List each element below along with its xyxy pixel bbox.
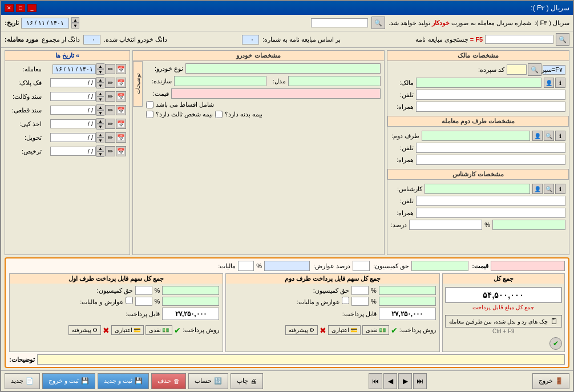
third-party-payer-check[interactable]	[215, 111, 223, 118]
car-price-input[interactable]: ۴,۰۰۰,۰۰۰,۰۰۰	[171, 88, 381, 99]
party1-credit-btn[interactable]: 💳 اعتباری	[111, 325, 144, 335]
date-down-btn[interactable]: ▼	[71, 23, 79, 29]
date-edit-btn-1[interactable]: ✏	[105, 78, 115, 88]
save-exit-btn[interactable]: 💾 ثبت و خروج	[42, 373, 95, 389]
tax-pct2-input[interactable]: ۶	[238, 261, 254, 271]
date-cal-btn-4[interactable]: 📅	[116, 119, 126, 129]
exit-btn[interactable]: 🚪 خروج	[532, 373, 569, 389]
expert-name-input[interactable]: آقای احسان رنجبر	[425, 184, 530, 194]
tax-pct-input[interactable]: ۳	[353, 261, 370, 271]
party1-advanced-btn[interactable]: ⚙ پیشرفته	[68, 325, 101, 335]
spin-dn-4[interactable]: ▼	[96, 124, 104, 130]
ok-round-btn[interactable]: ✔	[549, 337, 562, 350]
owner-user-btn[interactable]: 👤	[544, 78, 554, 88]
date-edit-btn-6[interactable]: ✏	[105, 146, 115, 156]
party2-phone-input[interactable]	[416, 143, 565, 153]
owner-name-input[interactable]: احسان رنجبر	[416, 78, 541, 88]
print-btn[interactable]: 🖨 چاپ	[231, 373, 263, 389]
darsad-amount-input[interactable]: ۵,۰۰۰,۰۰۰	[492, 220, 565, 230]
party2-hamrah-input[interactable]	[416, 155, 565, 165]
delete-btn[interactable]: 🗑 حذف	[151, 373, 186, 389]
party2-comm-input[interactable]: ۲۵,۰۰۰,۰۰۰	[379, 286, 436, 295]
tax-amount-input[interactable]: ۴,۵۰۰,۰۰۰	[264, 261, 310, 271]
party2-name-input[interactable]: محمد حیدری	[422, 131, 530, 141]
p2-tax-check[interactable]	[342, 297, 349, 304]
expert-search-btn[interactable]: 🔍	[544, 184, 554, 194]
spin-dn-2[interactable]: ▼	[96, 96, 104, 102]
spin-up-1[interactable]: ▲	[96, 77, 104, 83]
code-search-btn[interactable]: 🔍	[528, 63, 541, 76]
party2-cash-btn[interactable]: 💵 نقدی	[362, 325, 389, 335]
date-edit-btn-5[interactable]: ✏	[105, 132, 115, 143]
date-edit-btn-3[interactable]: ✏	[105, 105, 115, 115]
date-edit-btn-2[interactable]: ✏	[105, 91, 115, 102]
maximize-btn[interactable]: □	[16, 4, 25, 12]
party2-comm-pct[interactable]: ۵۰	[351, 286, 369, 295]
darsad-value-input[interactable]: ۱۰	[409, 220, 482, 230]
date-edit-btn-4[interactable]: ✏	[105, 119, 115, 129]
party1-cash-btn[interactable]: 💵 نقدی	[145, 325, 172, 335]
serial-input[interactable]	[311, 18, 368, 27]
spin-up-3[interactable]: ▲	[96, 104, 104, 110]
spin-up-4[interactable]: ▲	[96, 118, 104, 124]
owner-info-btn[interactable]: ℹ	[555, 78, 565, 88]
spin-up-6[interactable]: ▲	[96, 146, 104, 151]
check-btn[interactable]: 🗒 چک های رد و بدل شده، بین طرفین معامله	[445, 315, 562, 328]
car-maker-input[interactable]: ایران	[174, 76, 266, 86]
spin-dn-3[interactable]: ▼	[96, 110, 104, 116]
party2-advanced-btn[interactable]: ⚙ پیشرفته	[285, 325, 318, 335]
code-value[interactable]: ۱	[507, 64, 527, 75]
owner-phone-input[interactable]	[416, 90, 565, 100]
date-cal-btn-2[interactable]: 📅	[116, 91, 126, 102]
nav-prev-btn[interactable]: ◀	[383, 373, 397, 389]
date-cal-btn-3[interactable]: 📅	[116, 105, 126, 115]
date-cal-btn-1[interactable]: 📅	[116, 78, 126, 88]
expert-user-btn[interactable]: 👤	[532, 184, 543, 194]
party2-user-btn[interactable]: 👤	[532, 131, 543, 141]
car-model-input[interactable]: ۱۴۰۱	[288, 76, 381, 86]
party2-tax-pct[interactable]: ۵۰	[351, 297, 369, 306]
calc-btn[interactable]: 🔢 حساب	[188, 373, 228, 389]
expert-phone-input[interactable]	[416, 196, 565, 206]
expert-info-btn[interactable]: ℹ	[555, 184, 565, 194]
party2-credit-btn[interactable]: 💳 اعتباری	[328, 325, 361, 335]
spin-dn-0[interactable]: ▼	[96, 69, 104, 75]
party1-comm-input[interactable]: ۲۵,۰۰۰,۰۰۰	[162, 286, 219, 295]
p1-tax-check[interactable]	[126, 297, 133, 304]
date-up-btn[interactable]: ▲	[71, 17, 79, 23]
party2-info-btn[interactable]: ℹ	[555, 131, 565, 141]
party1-tax-input[interactable]: ۲,۲۵۰,۰۰۰	[162, 297, 219, 306]
owner-hamrah-input[interactable]	[416, 102, 565, 112]
serial-search-btn[interactable]: 🔍	[371, 17, 385, 29]
search-btn[interactable]: 🔍	[556, 33, 569, 46]
party1-tax-pct[interactable]: ۵۰	[135, 297, 152, 306]
spin-up-2[interactable]: ▲	[96, 91, 104, 96]
party2-tax-input[interactable]: ۲,۲۵۰,۰۰۰	[379, 297, 436, 306]
party1-comm-pct[interactable]: ۵۰	[135, 286, 152, 295]
expert-hamrah-input[interactable]	[416, 208, 565, 218]
nav-last-btn[interactable]: ⏭	[413, 373, 427, 389]
notes-input[interactable]	[37, 354, 565, 365]
car-type-input[interactable]: پژو	[185, 63, 381, 74]
new-btn[interactable]: 📄 جدید	[5, 373, 40, 389]
nav-first-btn[interactable]: ⏮	[369, 373, 382, 389]
spin-dn-5[interactable]: ▼	[96, 138, 104, 143]
spin-up-5[interactable]: ▲	[96, 132, 104, 138]
minimize-btn[interactable]: _	[27, 4, 37, 12]
nav-next-btn[interactable]: ▶	[398, 373, 412, 389]
commission-input[interactable]: ۵۰,۰۰۰,۰۰۰	[411, 261, 468, 271]
date-cal-btn-0[interactable]: 📅	[116, 64, 126, 74]
spin-dn-6[interactable]: ▼	[96, 151, 104, 157]
close-btn[interactable]: ✕	[5, 4, 14, 12]
price-input[interactable]: ۴,۰۰۰,۰۰۰,۰۰۰	[491, 261, 565, 271]
party2-search-btn[interactable]: 🔍	[544, 131, 554, 141]
date-cal-btn-6[interactable]: 📅	[116, 146, 126, 156]
spin-dn-1[interactable]: ▼	[96, 83, 104, 88]
spin-up-0[interactable]: ▲	[96, 63, 104, 69]
installment-check[interactable]	[146, 101, 153, 108]
search-input[interactable]	[485, 35, 553, 44]
date-cal-btn-5[interactable]: 📅	[116, 132, 126, 143]
third-party-check[interactable]	[146, 111, 153, 118]
save-new-btn[interactable]: 💾 ثبت و جدید	[98, 373, 149, 389]
date-edit-btn-0[interactable]: ✏	[105, 64, 115, 74]
